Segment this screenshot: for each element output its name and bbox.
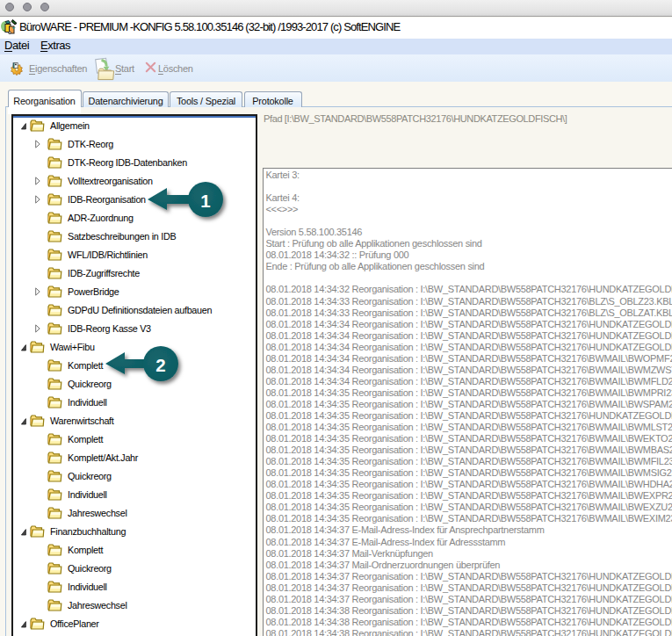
svg-text:1: 1	[200, 191, 210, 211]
svg-text:2: 2	[155, 355, 165, 375]
